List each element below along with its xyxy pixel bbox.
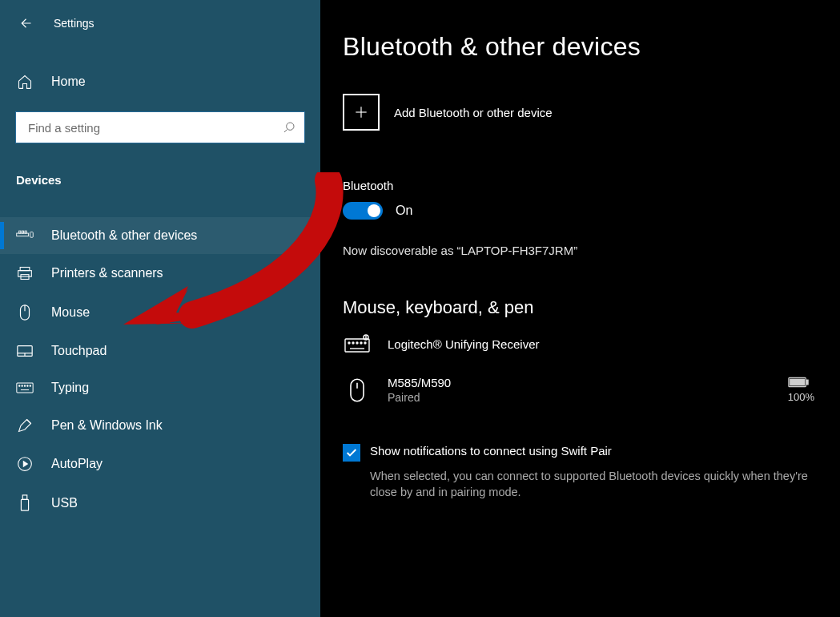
device-status: Paired bbox=[388, 391, 451, 404]
svg-point-30 bbox=[352, 342, 354, 344]
sidebar-item-autoplay[interactable]: AutoPlay bbox=[0, 445, 320, 483]
svg-point-19 bbox=[30, 385, 30, 386]
sidebar: Settings Home Devices bbox=[0, 0, 320, 617]
svg-rect-2 bbox=[19, 231, 21, 233]
sidebar-item-label: Touchpad bbox=[51, 344, 107, 358]
sidebar-item-label: Mouse bbox=[51, 305, 90, 320]
svg-rect-3 bbox=[22, 231, 23, 233]
svg-rect-7 bbox=[18, 271, 32, 277]
search-icon bbox=[283, 121, 295, 134]
keyboard-icon bbox=[343, 334, 372, 353]
svg-point-29 bbox=[348, 342, 350, 344]
sidebar-section-label: Devices bbox=[0, 173, 320, 193]
svg-point-31 bbox=[356, 342, 358, 344]
svg-rect-35 bbox=[351, 379, 364, 401]
page-title: Bluetooth & other devices bbox=[343, 32, 821, 62]
search-input[interactable] bbox=[28, 121, 283, 135]
svg-point-15 bbox=[19, 385, 20, 386]
device-name: M585/M590 bbox=[388, 376, 451, 389]
discoverable-text: Now discoverable as “LAPTOP-FH3F7JRM” bbox=[343, 244, 821, 257]
svg-rect-6 bbox=[20, 268, 30, 271]
svg-point-0 bbox=[287, 123, 294, 130]
device-row[interactable]: Logitech® Unifying Receiver bbox=[343, 334, 821, 353]
sidebar-item-bluetooth[interactable]: Bluetooth & other devices bbox=[0, 217, 320, 254]
svg-point-32 bbox=[360, 342, 362, 344]
swift-pair-desc: When selected, you can connect to suppor… bbox=[370, 469, 818, 500]
device-icon bbox=[16, 228, 34, 243]
mouse-icon bbox=[343, 377, 372, 403]
svg-rect-14 bbox=[17, 383, 33, 393]
sidebar-item-printers[interactable]: Printers & scanners bbox=[0, 254, 320, 292]
app-title: Settings bbox=[54, 17, 94, 30]
svg-point-16 bbox=[22, 385, 22, 386]
touchpad-icon bbox=[16, 344, 34, 358]
sidebar-item-usb[interactable]: USB bbox=[0, 483, 320, 523]
sidebar-item-label: USB bbox=[51, 496, 78, 510]
sidebar-item-pen[interactable]: Pen & Windows Ink bbox=[0, 406, 320, 445]
autoplay-icon bbox=[16, 456, 34, 472]
back-arrow-icon[interactable] bbox=[16, 14, 34, 32]
sidebar-item-label: Printers & scanners bbox=[51, 266, 163, 280]
svg-rect-38 bbox=[790, 379, 805, 385]
sidebar-item-label: Bluetooth & other devices bbox=[51, 228, 197, 243]
sidebar-item-label: Typing bbox=[51, 381, 89, 395]
add-device-label: Add Bluetooth or other device bbox=[394, 106, 553, 119]
sidebar-item-mouse[interactable]: Mouse bbox=[0, 292, 320, 333]
section-heading: Mouse, keyboard, & pen bbox=[343, 297, 821, 318]
keyboard-icon bbox=[16, 381, 34, 394]
bluetooth-label: Bluetooth bbox=[343, 179, 821, 192]
swift-pair-label: Show notifications to connect using Swif… bbox=[370, 444, 818, 458]
svg-point-17 bbox=[24, 385, 25, 386]
sidebar-item-typing[interactable]: Typing bbox=[0, 369, 320, 406]
home-label: Home bbox=[51, 75, 86, 89]
bluetooth-toggle[interactable] bbox=[343, 202, 383, 220]
pen-icon bbox=[16, 417, 34, 434]
svg-rect-1 bbox=[17, 233, 29, 236]
device-battery: 100% bbox=[788, 377, 814, 403]
printer-icon bbox=[16, 265, 34, 281]
svg-rect-5 bbox=[30, 232, 34, 238]
home-icon bbox=[16, 74, 34, 90]
add-device-button[interactable]: Add Bluetooth or other device bbox=[343, 94, 821, 131]
plus-icon bbox=[343, 94, 380, 131]
battery-percent: 100% bbox=[788, 391, 814, 403]
svg-point-33 bbox=[364, 342, 366, 344]
search-input-wrap[interactable] bbox=[16, 112, 304, 143]
toggle-state-label: On bbox=[396, 204, 412, 218]
battery-icon bbox=[788, 377, 814, 388]
svg-rect-26 bbox=[345, 339, 369, 352]
svg-point-18 bbox=[27, 385, 28, 386]
svg-rect-22 bbox=[22, 495, 27, 500]
svg-rect-4 bbox=[25, 231, 26, 233]
sidebar-item-label: AutoPlay bbox=[51, 457, 102, 471]
sidebar-item-home[interactable]: Home bbox=[0, 66, 320, 98]
content-area: Bluetooth & other devices Add Bluetooth … bbox=[320, 0, 840, 617]
device-name: Logitech® Unifying Receiver bbox=[388, 337, 539, 351]
device-row[interactable]: M585/M590 Paired 100% bbox=[343, 376, 821, 404]
swift-pair-checkbox[interactable] bbox=[343, 444, 360, 462]
sidebar-nav: Bluetooth & other devices Printers & sca… bbox=[0, 217, 320, 523]
mouse-icon bbox=[16, 304, 34, 321]
sidebar-item-label: Pen & Windows Ink bbox=[51, 418, 163, 433]
svg-rect-39 bbox=[806, 380, 808, 385]
usb-icon bbox=[16, 494, 34, 512]
sidebar-item-touchpad[interactable]: Touchpad bbox=[0, 333, 320, 369]
svg-rect-23 bbox=[21, 499, 28, 510]
